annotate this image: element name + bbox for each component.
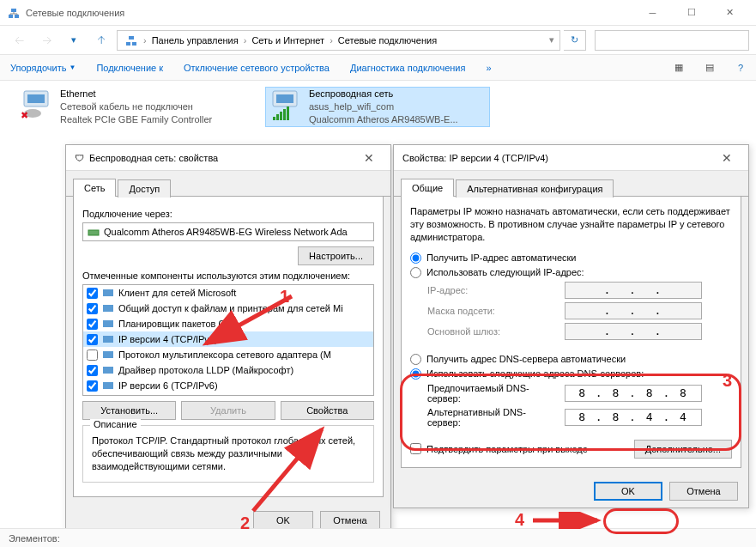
validate-checkbox[interactable]: Подтвердить параметры при выходе	[410, 443, 588, 454]
tab-alt-config[interactable]: Альтернативная конфигурация	[456, 179, 614, 198]
more-menu[interactable]: »	[484, 59, 493, 76]
up-button[interactable]: 🡡	[89, 30, 113, 51]
help-button[interactable]: ?	[734, 61, 747, 75]
crumb-2[interactable]: Сетевые подключения	[335, 35, 440, 46]
svg-rect-19	[103, 382, 113, 389]
connect-via-label: Подключение через:	[82, 209, 374, 219]
list-item: IP версии 6 (TCP/IPv6)	[83, 378, 373, 393]
status-bar: Элементов:	[0, 528, 756, 547]
intro-text: Параметры IP можно назначать автоматичес…	[410, 205, 732, 244]
ethernet-icon: ✖	[17, 88, 53, 120]
svg-rect-7	[27, 94, 45, 103]
tab-access[interactable]: Доступ	[118, 179, 171, 198]
svg-rect-2	[11, 9, 16, 12]
remove-button: Удалить	[181, 401, 275, 420]
refresh-button[interactable]: ↻	[564, 30, 586, 51]
close-icon[interactable]: ✕	[356, 151, 382, 165]
list-item: Общий доступ к файлам и принтерам для се…	[83, 301, 373, 316]
annotation-arrow-4	[529, 512, 606, 529]
adapter-status: asus_help_wifi_com	[309, 100, 458, 113]
forward-button: 🡢	[34, 30, 58, 51]
close-button[interactable]: ✕	[711, 1, 749, 25]
window-titlebar: Сетевые подключения ─ ☐ ✕	[0, 0, 756, 26]
adapter-wireless[interactable]: Беспроводная сеть asus_help_wifi_com Qua…	[266, 88, 489, 126]
svg-rect-12	[88, 230, 99, 235]
annotation-num-4: 4	[515, 510, 524, 530]
network-icon	[7, 6, 21, 20]
organize-menu[interactable]: Упорядочить ▼	[9, 59, 77, 76]
advanced-button[interactable]: Дополнительно...	[634, 440, 732, 459]
svg-rect-1	[15, 15, 19, 18]
minimize-button[interactable]: ─	[633, 1, 672, 25]
breadcrumb[interactable]: › Панель управления › Сеть и Интернет › …	[117, 30, 560, 51]
svg-rect-3	[126, 42, 130, 46]
components-list[interactable]: Клиент для сетей Microsoft Общий доступ …	[82, 284, 374, 396]
cancel-button[interactable]: Отмена	[669, 482, 738, 501]
ok-button[interactable]: OK	[253, 511, 313, 530]
adapter-device: Realtek PCIe GBE Family Controller	[60, 113, 212, 126]
dns-preferred-field[interactable]: 8 . 8 . 8 . 8	[565, 385, 702, 402]
svg-rect-15	[103, 320, 113, 327]
toolbar: Упорядочить ▼ Подключение к Отключение с…	[0, 55, 756, 81]
svg-rect-4	[132, 42, 136, 46]
close-icon[interactable]: ✕	[714, 151, 740, 165]
svg-rect-0	[9, 15, 13, 18]
ipv4-properties-dialog: Свойства: IP версии 4 (TCP/IPv4) ✕ Общие…	[393, 144, 749, 508]
svg-rect-13	[103, 289, 113, 296]
tab-general[interactable]: Общие	[401, 179, 454, 197]
dropdown-icon[interactable]: ▾	[547, 34, 556, 46]
adapter-name: Ethernet	[60, 88, 212, 100]
disable-menu[interactable]: Отключение сетевого устройства	[182, 59, 331, 76]
components-label: Отмеченные компоненты используются этим …	[82, 270, 374, 281]
recent-button[interactable]: ▾	[62, 30, 86, 51]
svg-rect-14	[103, 305, 113, 312]
adapter-ethernet[interactable]: ✖ Ethernet Сетевой кабель не подключен R…	[17, 88, 240, 126]
adapter-device: Qualcomm Atheros AR9485WB-E...	[309, 113, 458, 126]
list-item: Клиент для сетей Microsoft	[83, 285, 373, 301]
cancel-button[interactable]: Отмена	[320, 511, 380, 530]
connect-menu[interactable]: Подключение к	[94, 59, 165, 76]
crumb-0[interactable]: Панель управления	[148, 35, 242, 46]
install-button[interactable]: Установить...	[82, 401, 176, 420]
search-input[interactable]	[595, 30, 749, 51]
list-item: Драйвер протокола LLDP (Майкрософт)	[83, 362, 373, 378]
adapter-combo[interactable]: Qualcomm Atheros AR9485WB-EG Wireless Ne…	[82, 222, 374, 241]
adapter-name: Беспроводная сеть	[309, 88, 458, 100]
maximize-button[interactable]: ☐	[672, 1, 711, 25]
breadcrumb-icon	[121, 33, 142, 47]
svg-rect-18	[103, 367, 113, 374]
window-title: Сетевые подключения	[26, 8, 124, 18]
address-bar: 🡠 🡢 ▾ 🡡 › Панель управления › Сеть и Инт…	[0, 26, 756, 55]
ok-button[interactable]: OK	[594, 482, 662, 501]
adapter-status: Сетевой кабель не подключен	[60, 100, 212, 113]
svg-rect-11	[276, 94, 293, 103]
list-item: Протокол мультиплексора сетевого адаптер…	[83, 347, 373, 362]
description-text: Протокол TCP/IP. Стандартный протокол гл…	[92, 435, 365, 473]
dns-alt-field[interactable]: 8 . 8 . 4 . 4	[565, 409, 702, 426]
crumb-1[interactable]: Сеть и Интернет	[248, 35, 328, 46]
tab-network[interactable]: Сеть	[73, 179, 116, 197]
configure-button[interactable]: Настроить...	[298, 246, 374, 265]
shield-icon: 🛡	[75, 153, 84, 163]
radio-ip-manual[interactable]: Использовать следующий IP-адрес:	[410, 267, 732, 278]
svg-text:✖: ✖	[21, 110, 28, 120]
diagnose-menu[interactable]: Диагностика подключения	[348, 59, 467, 76]
radio-dns-auto[interactable]: Получить адрес DNS-сервера автоматически	[410, 354, 732, 365]
svg-rect-5	[129, 36, 134, 40]
radio-dns-manual[interactable]: Использовать следующие адреса DNS-сервер…	[410, 368, 732, 380]
dialog-title: Свойства: IP версии 4 (TCP/IPv4)	[402, 153, 548, 163]
view-icons-button[interactable]: ▦	[672, 61, 686, 75]
dialog-title: Беспроводная сеть: свойства	[89, 153, 218, 163]
svg-rect-17	[103, 351, 113, 358]
view-details-button[interactable]: ▤	[703, 61, 717, 75]
radio-ip-auto[interactable]: Получить IP-адрес автоматически	[410, 252, 732, 264]
gateway-field: . . .	[565, 323, 702, 340]
list-item-ipv4: IP версии 4 (TCP/IPv4)	[83, 331, 373, 347]
back-button[interactable]: 🡠	[7, 30, 31, 51]
properties-button[interactable]: Свойства	[281, 401, 374, 420]
ip-address-field: . . .	[565, 282, 702, 299]
adapter-properties-dialog: 🛡 Беспроводная сеть: свойства ✕ Сеть Дос…	[65, 144, 391, 538]
svg-rect-16	[103, 336, 113, 343]
subnet-field: . . .	[565, 302, 702, 319]
content-area: ✖ Ethernet Сетевой кабель не подключен R…	[0, 81, 756, 133]
